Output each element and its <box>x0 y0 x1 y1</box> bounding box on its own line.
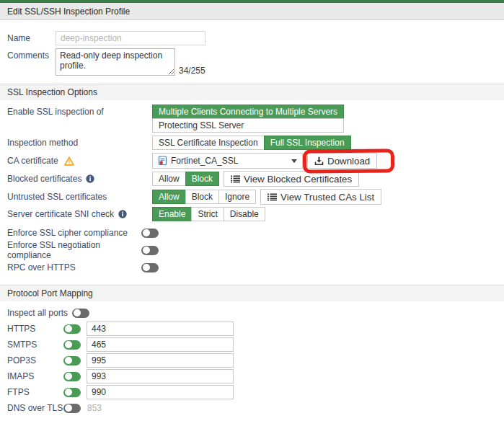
port-row-ftps: FTPS <box>7 385 497 399</box>
comments-counter: 34/255 <box>179 66 205 76</box>
cipher-compliance-toggle[interactable] <box>141 229 159 238</box>
view-trusted-cas-button[interactable]: View Trusted CAs List <box>260 189 381 205</box>
option-sni-disable[interactable]: Disable <box>224 207 265 221</box>
page-title: Edit SSL/SSH Inspection Profile <box>0 3 504 20</box>
dns-over-tls-label: DNS over TLS <box>7 403 63 413</box>
cipher-compliance-label: Enforce SSL cipher compliance <box>7 228 141 238</box>
imaps-label: IMAPS <box>7 371 63 381</box>
download-button[interactable]: Download <box>307 153 377 169</box>
download-button-label: Download <box>327 156 370 167</box>
option-sni-enable[interactable]: Enable <box>152 207 192 221</box>
ftps-label: FTPS <box>7 387 63 397</box>
warning-icon <box>64 156 74 166</box>
option-protecting-ssl-server[interactable]: Protecting SSL Server <box>152 118 344 133</box>
inspection-method-row: Inspection method SSL Certificate Inspec… <box>7 136 497 150</box>
inspect-all-ports-toggle[interactable] <box>72 309 89 318</box>
imaps-toggle[interactable] <box>63 372 81 381</box>
negotiation-compliance-label: Enforce SSL negotiation compliance <box>7 240 141 260</box>
view-blocked-certificates-button[interactable]: View Blocked Certificates <box>224 171 359 187</box>
option-full-ssl-inspection[interactable]: Full SSL Inspection <box>264 136 351 150</box>
option-untrusted-ignore[interactable]: Ignore <box>218 190 256 204</box>
comments-row: Comments Read-only deep inspection profi… <box>7 48 497 76</box>
port-row-imaps: IMAPS <box>7 369 497 384</box>
certificate-icon <box>158 156 167 166</box>
imaps-port-input[interactable] <box>87 369 234 384</box>
https-toggle[interactable] <box>63 324 81 334</box>
option-untrusted-block[interactable]: Block <box>185 190 219 204</box>
enable-ssl-inspection-row: Enable SSL inspection of Multiple Client… <box>7 105 497 133</box>
rpc-over-https-toggle[interactable] <box>141 263 159 272</box>
pop3s-label: POP3S <box>7 355 63 365</box>
section-protocol-port-mapping: Protocol Port Mapping <box>0 285 504 301</box>
inspect-all-ports-label: Inspect all ports <box>7 308 68 318</box>
inspection-method-options: SSL Certificate Inspection Full SSL Insp… <box>152 136 351 150</box>
untrusted-certificates-row: Untrusted SSL certificates Allow Block I… <box>7 189 497 205</box>
cipher-compliance-row: Enforce SSL cipher compliance <box>7 227 497 239</box>
list-icon <box>231 175 240 183</box>
sni-check-label: Server certificate SNI check <box>7 209 114 219</box>
untrusted-certificates-options: Allow Block Ignore <box>152 190 256 204</box>
name-row: Name <box>7 31 497 45</box>
pop3s-toggle[interactable] <box>63 356 81 365</box>
port-row-dns-over-tls: DNS over TLS 853 <box>7 401 497 415</box>
info-icon <box>86 174 94 183</box>
smtps-port-input[interactable] <box>87 337 234 352</box>
option-blocked-allow[interactable]: Allow <box>152 172 186 186</box>
untrusted-certificates-label: Untrusted SSL certificates <box>7 192 152 202</box>
blocked-certificates-label: Blocked certificates <box>7 174 81 184</box>
option-ssl-certificate-inspection[interactable]: SSL Certificate Inspection <box>152 136 265 150</box>
option-untrusted-allow[interactable]: Allow <box>152 190 186 204</box>
sni-check-label-wrap: Server certificate SNI check <box>7 209 152 219</box>
enable-ssl-inspection-options: Multiple Clients Connecting to Multiple … <box>152 105 344 133</box>
download-icon <box>314 156 324 166</box>
ca-certificate-row: CA certificate Fortinet_CA_SSL Download <box>7 153 497 169</box>
rpc-over-https-label: RPC over HTTPS <box>7 262 141 272</box>
smtps-toggle[interactable] <box>63 340 81 350</box>
ftps-toggle[interactable] <box>63 388 81 397</box>
view-trusted-cas-label: View Trusted CAs List <box>280 192 374 203</box>
enable-ssl-inspection-label: Enable SSL inspection of <box>7 107 152 117</box>
sni-check-row: Server certificate SNI check Enable Stri… <box>7 207 497 221</box>
blocked-certificates-options: Allow Block <box>152 172 219 186</box>
sni-check-options: Enable Strict Disable <box>152 207 265 221</box>
pop3s-port-input[interactable] <box>87 353 234 368</box>
ca-certificate-dropdown[interactable]: Fortinet_CA_SSL <box>152 153 303 169</box>
port-row-smtps: SMTPS <box>7 337 497 352</box>
name-label: Name <box>7 33 56 43</box>
ftps-port-input[interactable] <box>87 385 234 399</box>
ca-certificate-label: CA certificate <box>7 156 58 166</box>
inspection-method-label: Inspection method <box>7 138 152 148</box>
view-blocked-certificates-label: View Blocked Certificates <box>244 174 352 185</box>
negotiation-compliance-row: Enforce SSL negotiation compliance <box>7 244 497 256</box>
inspect-all-ports-row: Inspect all ports <box>7 308 497 318</box>
option-blocked-block[interactable]: Block <box>185 172 219 186</box>
rpc-over-https-row: RPC over HTTPS <box>7 262 497 273</box>
list-icon <box>268 193 277 201</box>
dns-over-tls-toggle[interactable] <box>63 404 81 413</box>
ca-certificate-label-wrap: CA certificate <box>7 156 152 166</box>
comments-textarea[interactable]: Read-only deep inspection profile. <box>56 48 175 76</box>
comments-label: Comments <box>7 50 56 61</box>
port-row-pop3s: POP3S <box>7 353 497 368</box>
dns-over-tls-port-value: 853 <box>87 403 102 413</box>
section-ssl-inspection-options: SSL Inspection Options <box>0 84 504 100</box>
https-label: HTTPS <box>7 324 63 334</box>
option-multiple-clients[interactable]: Multiple Clients Connecting to Multiple … <box>152 105 344 119</box>
ca-certificate-value: Fortinet_CA_SSL <box>171 156 238 166</box>
name-input[interactable] <box>56 31 205 45</box>
blocked-certificates-label-wrap: Blocked certificates <box>7 174 152 184</box>
negotiation-compliance-toggle[interactable] <box>141 246 159 255</box>
blocked-certificates-row: Blocked certificates Allow Block View Bl… <box>7 171 497 187</box>
chevron-down-icon <box>291 159 297 163</box>
info-icon <box>118 210 127 218</box>
option-sni-strict[interactable]: Strict <box>191 207 224 221</box>
https-port-input[interactable] <box>87 322 234 336</box>
smtps-label: SMTPS <box>7 340 63 350</box>
port-row-https: HTTPS <box>7 322 497 336</box>
